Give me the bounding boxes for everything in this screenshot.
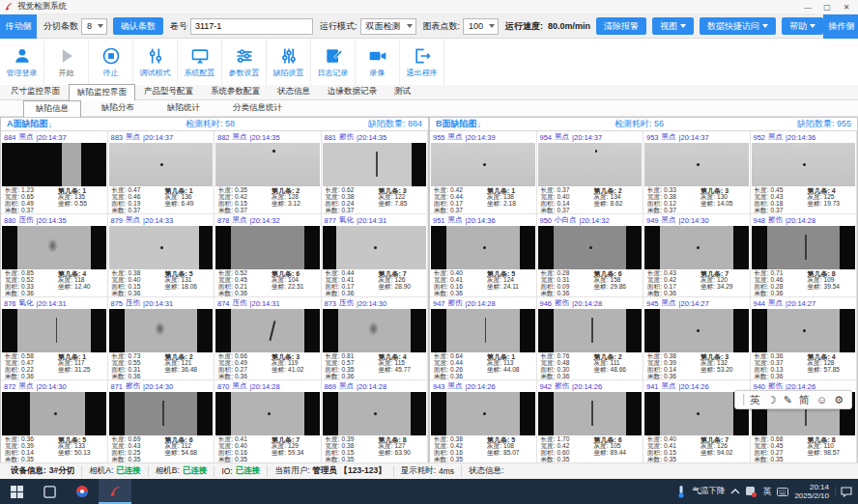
tab-defect-monitor[interactable]: 缺陷监控界面	[69, 84, 135, 100]
admin-login-button[interactable]: 管理登录	[0, 39, 44, 85]
maximize-button[interactable]: ▢	[817, 0, 837, 14]
defect-cell[interactable]: 951 黑点 |20:14:36 长度:0.40 宽度:0.41 面积:0.16…	[430, 214, 537, 297]
notification-center-button[interactable]	[835, 487, 856, 497]
defect-image[interactable]	[752, 143, 856, 186]
defect-image[interactable]	[323, 309, 427, 352]
defect-cell[interactable]: 945 黑点 |20:14:27 长度:0.38 宽度:0.39 面积:0.14…	[644, 297, 751, 380]
tab-edge-data-record[interactable]: 边缘数据记录	[319, 83, 386, 99]
defect-cell[interactable]: 942 擦伤 |20:14:26 长度:1.70 宽度:0.42 面积:0.60…	[537, 380, 644, 463]
ime-tray-icon[interactable]	[746, 487, 757, 497]
defect-image[interactable]	[538, 226, 643, 269]
keyboard-tray-icon[interactable]	[777, 488, 788, 496]
clear-alarm-button[interactable]: 清除报警	[596, 17, 646, 35]
defect-image[interactable]	[644, 143, 749, 186]
roll-number-input[interactable]	[190, 18, 313, 35]
defect-image[interactable]	[752, 226, 856, 269]
ime-settings-gear-icon[interactable]: ⚙	[834, 394, 844, 406]
defect-cell[interactable]: 882 黑点 |20:14:35 长度:0.35 宽度:0.42 面积:0.15…	[214, 131, 322, 214]
defect-image[interactable]	[538, 392, 643, 435]
defect-image[interactable]	[644, 226, 749, 269]
defect-cell[interactable]: 950 小白点 |20:14:32 长度:0.28 宽度:0.31 面积:0.0…	[537, 214, 644, 297]
handwriting-pen-icon[interactable]: ✎	[784, 394, 792, 406]
defect-cell[interactable]: 946 擦伤 |20:14:28 长度:0.76 宽度:0.48 面积:0.30…	[537, 297, 644, 380]
drive-side-button[interactable]: 传动侧	[0, 14, 37, 39]
defect-image[interactable]	[644, 309, 749, 352]
minimize-button[interactable]: —	[798, 0, 817, 14]
defect-cell[interactable]: 955 黑点 |20:14:39 长度:0.42 宽度:0.44 面积:0.17…	[430, 131, 537, 214]
defect-cell[interactable]: 870 黑点 |20:14:28 长度:0.41 宽度:0.40 面积:0.16…	[214, 380, 322, 463]
panel-b-title[interactable]: B面缺陷图	[436, 118, 477, 130]
taskbar-clock[interactable]: 20:14 2025/2/10	[794, 483, 829, 500]
drag-handle-icon[interactable]	[743, 394, 745, 406]
input-language-indicator[interactable]: 英	[762, 486, 771, 498]
tray-expand-chevron-icon[interactable]	[730, 488, 740, 495]
defect-image[interactable]	[2, 309, 106, 352]
weather-text[interactable]: 气温下降	[692, 486, 725, 497]
system-config-button[interactable]: 系统配置	[178, 39, 222, 85]
defect-image[interactable]	[644, 392, 749, 435]
defect-cell[interactable]: 874 压伤 |20:14:31 长度:0.66 宽度:0.49 面积:0.27…	[214, 297, 322, 380]
defect-cell[interactable]: 948 擦伤 |20:14:28 长度:0.71 宽度:0.46 面积:0.28…	[751, 214, 858, 297]
slit-count-select[interactable]: 8	[81, 18, 107, 35]
defect-image[interactable]	[109, 309, 214, 352]
defect-cell[interactable]: 881 擦伤 |20:14:35 长度:0.62 宽度:0.38 面积:0.24…	[322, 131, 429, 214]
debug-mode-button[interactable]: 调试模式	[133, 39, 178, 85]
defect-image[interactable]	[109, 226, 214, 269]
operator-side-button[interactable]: 操作侧	[823, 14, 858, 39]
defect-image[interactable]	[109, 143, 214, 186]
defect-image[interactable]	[431, 392, 535, 435]
log-record-button[interactable]: 日志记录	[311, 39, 356, 85]
defect-cell[interactable]: 879 黑点 |20:14:33 长度:0.38 宽度:0.40 面积:0.15…	[108, 214, 215, 297]
defect-cell[interactable]: 943 黑点 |20:14:26 长度:0.38 宽度:0.42 面积:0.16…	[430, 380, 537, 463]
ime-toolbar[interactable]: 英 ☽ ✎ 简 ☺ ⚙	[734, 390, 852, 409]
defect-image[interactable]	[752, 309, 856, 352]
defect-cell[interactable]: 880 压伤 |20:14:35 长度:0.85 宽度:0.52 面积:0.33…	[1, 214, 108, 297]
defect-cell[interactable]: 952 黑点 |20:14:36 长度:0.45 宽度:0.43 面积:0.18…	[751, 131, 858, 214]
defect-image[interactable]	[538, 143, 643, 186]
night-mode-icon[interactable]: ☽	[767, 394, 777, 406]
defect-cell[interactable]: 947 擦伤 |20:14:28 长度:0.64 宽度:0.44 面积:0.26…	[430, 297, 537, 380]
start-button[interactable]	[0, 479, 33, 504]
defect-image[interactable]	[323, 226, 427, 269]
defect-image[interactable]	[431, 226, 535, 269]
defect-cell[interactable]: 953 黑点 |20:14:37 长度:0.33 宽度:0.38 面积:0.12…	[644, 131, 751, 214]
defect-image[interactable]	[109, 392, 214, 435]
defect-settings-button[interactable]: 缺陷设置	[267, 39, 311, 85]
defect-cell[interactable]: 884 黑点 |20:14:37 长度:1.23 宽度:0.65 面积:0.49…	[1, 131, 108, 214]
tab-product-model-config[interactable]: 产品型号配置	[135, 83, 202, 99]
run-mode-select[interactable]: 双面检测	[360, 18, 416, 35]
defect-image[interactable]	[431, 309, 535, 352]
subtab-class-info-statistics[interactable]: 分类信息统计	[220, 99, 295, 116]
close-button[interactable]: ✕	[837, 0, 856, 14]
defect-cell[interactable]: 944 黑点 |20:14:27 长度:0.36 宽度:0.37 面积:0.13…	[751, 297, 858, 380]
simplified-chinese-toggle[interactable]: 简	[799, 393, 810, 407]
tab-system-param-config[interactable]: 系统参数配置	[202, 83, 269, 99]
defect-cell[interactable]: 875 压伤 |20:14:31 长度:0.73 宽度:0.55 面积:0.31…	[108, 297, 215, 380]
ime-language-toggle[interactable]: 英	[750, 393, 760, 407]
help-menu-button[interactable]: 帮助	[782, 17, 823, 35]
defect-image[interactable]	[215, 226, 320, 269]
defect-image[interactable]	[215, 309, 320, 352]
confirm-slits-button[interactable]: 确认条数	[113, 17, 163, 35]
record-video-button[interactable]: 录像	[356, 39, 400, 85]
defect-cell[interactable]: 949 黑点 |20:14:30 长度:0.43 宽度:0.42 面积:0.17…	[644, 214, 751, 297]
taskbar-app-browser[interactable]	[66, 479, 99, 504]
tab-test[interactable]: 测试	[386, 83, 419, 99]
defect-image[interactable]	[215, 392, 320, 435]
defect-image[interactable]	[215, 143, 320, 186]
defect-cell[interactable]: 883 黑点 |20:14:37 长度:0.47 宽度:0.46 面积:0.19…	[108, 131, 215, 214]
chart-points-select[interactable]: 100	[463, 18, 499, 35]
parameter-settings-button[interactable]: 参数设置	[222, 39, 267, 85]
defect-image[interactable]	[323, 392, 427, 435]
defect-cell[interactable]: 876 氧化 |20:14:31 长度:0.58 宽度:0.47 面积:0.22…	[1, 297, 108, 380]
emoji-icon[interactable]: ☺	[816, 394, 827, 406]
defect-cell[interactable]: 878 黑点 |20:14:32 长度:0.52 宽度:0.45 面积:0.21…	[214, 214, 322, 297]
exit-program-button[interactable]: 退出程序	[400, 39, 444, 85]
panel-a-title[interactable]: A面缺陷图	[7, 118, 48, 130]
defect-image[interactable]	[538, 309, 643, 352]
defect-image[interactable]	[2, 226, 106, 269]
defect-image[interactable]	[2, 143, 106, 186]
subtab-defect-info[interactable]: 缺陷信息	[23, 100, 81, 117]
subtab-defect-distribution[interactable]: 缺陷分布	[89, 99, 147, 116]
defect-image[interactable]	[2, 392, 106, 435]
